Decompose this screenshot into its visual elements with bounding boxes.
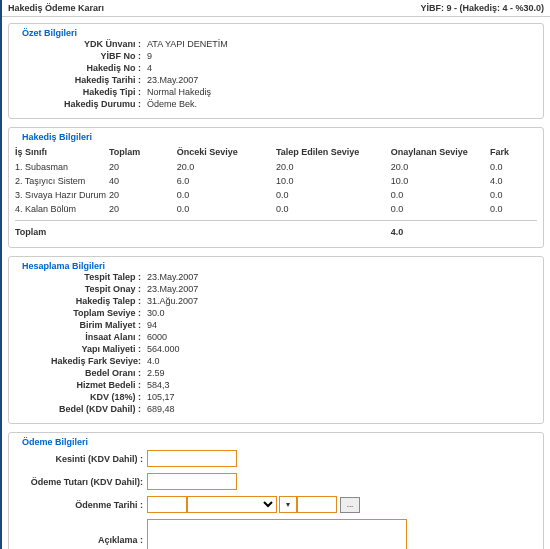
tutar-input[interactable] <box>147 473 237 490</box>
kesinti-input[interactable] <box>147 450 237 467</box>
tarih-month-select[interactable] <box>187 496 277 513</box>
td: 20 <box>109 204 177 214</box>
value: 31.Ağu.2007 <box>145 296 198 306</box>
kesinti-label: Kesinti (KDV Dahil) : <box>15 454 147 464</box>
label: Birim Maliyet : <box>15 320 145 330</box>
total-row: Toplam 4.0 <box>15 225 537 239</box>
th: İş Sınıfı <box>15 147 109 157</box>
calc-row: Birim Maliyet :94 <box>15 319 537 331</box>
payment-legend: Ödeme Bilgileri <box>19 437 91 447</box>
td: 20 <box>109 190 177 200</box>
td: 10.0 <box>391 176 490 186</box>
td: 0.0 <box>276 190 391 200</box>
td: 4. Kalan Bölüm <box>15 204 109 214</box>
value: Normal Hakediş <box>145 87 211 97</box>
calc-row: Hizmet Bedeli :584,3 <box>15 379 537 391</box>
th: Önceki Seviye <box>177 147 276 157</box>
td: 6.0 <box>177 176 276 186</box>
value: 94 <box>145 320 157 330</box>
calc-row: Yapı Maliyeti :564.000 <box>15 343 537 355</box>
label: KDV (18%) : <box>15 392 145 402</box>
tarih-label: Ödenme Tarihi : <box>15 500 147 510</box>
table-row: 4. Kalan Bölüm200.00.00.00.0 <box>15 202 537 216</box>
label: YİBF No : <box>15 51 145 61</box>
summary-legend: Özet Bilgileri <box>19 28 80 38</box>
calc-row: Hakediş Fark Seviye:4.0 <box>15 355 537 367</box>
header-info: YİBF: 9 - (Hakediş: 4 - %30.0) <box>420 3 544 13</box>
value: 2.59 <box>145 368 165 378</box>
chevron-down-icon[interactable]: ▾ <box>279 496 297 513</box>
label: YDK Ünvanı : <box>15 39 145 49</box>
value: 4 <box>145 63 152 73</box>
td: 0.0 <box>177 190 276 200</box>
td: 0.0 <box>177 204 276 214</box>
calc-row: Tespit Talep :23.May.2007 <box>15 271 537 283</box>
table-header: İş Sınıfı Toplam Önceki Seviye Talep Edi… <box>15 144 537 160</box>
calc-row: Tespit Onay :23.May.2007 <box>15 283 537 295</box>
calc-row: Bedel (KDV Dahil) :689,48 <box>15 403 537 415</box>
tarih-year-input[interactable] <box>297 496 337 513</box>
td: 10.0 <box>276 176 391 186</box>
td: 0.0 <box>490 162 537 172</box>
td: 40 <box>109 176 177 186</box>
td: 20.0 <box>276 162 391 172</box>
label: Hakediş Tarihi : <box>15 75 145 85</box>
value: 6000 <box>145 332 167 342</box>
td: 0.0 <box>391 204 490 214</box>
label: Hizmet Bedeli : <box>15 380 145 390</box>
value: 105,17 <box>145 392 175 402</box>
th: Toplam <box>109 147 177 157</box>
label: Toplam Seviye : <box>15 308 145 318</box>
payment-section: Ödeme Bilgileri Kesinti (KDV Dahil) : Öd… <box>8 432 544 549</box>
value: ATA YAPI DENETİM <box>145 39 228 49</box>
label: Yapı Maliyeti : <box>15 344 145 354</box>
th: Talep Edilen Seviye <box>276 147 391 157</box>
total-label: Toplam <box>15 227 109 237</box>
th: Fark <box>490 147 537 157</box>
table-row: 3. Sıvaya Hazır Durum200.00.00.00.0 <box>15 188 537 202</box>
label: Hakediş Talep : <box>15 296 145 306</box>
value: 23.May.2007 <box>145 284 198 294</box>
calc-row: Bedel Oranı :2.59 <box>15 367 537 379</box>
label: İnsaat Alanı : <box>15 332 145 342</box>
value: 23.May.2007 <box>145 75 198 85</box>
td: 0.0 <box>490 190 537 200</box>
value: 689,48 <box>145 404 175 414</box>
td: 0.0 <box>490 204 537 214</box>
td: 20.0 <box>177 162 276 172</box>
calc-legend: Hesaplama Bilgileri <box>19 261 108 271</box>
calc-row: İnsaat Alanı :6000 <box>15 331 537 343</box>
td: 0.0 <box>391 190 490 200</box>
label: Tespit Onay : <box>15 284 145 294</box>
value: 4.0 <box>145 356 160 366</box>
calc-section: Hesaplama Bilgileri Tespit Talep :23.May… <box>8 256 544 424</box>
aciklama-label: Açıklama : <box>15 519 147 545</box>
td: 4.0 <box>490 176 537 186</box>
td: 20.0 <box>391 162 490 172</box>
label: Hakediş Durumu : <box>15 99 145 109</box>
label: Bedel (KDV Dahil) : <box>15 404 145 414</box>
label: Hakediş Tipi : <box>15 87 145 97</box>
date-picker-button[interactable]: ... <box>340 497 360 513</box>
tarih-day-input[interactable] <box>147 496 187 513</box>
page-header: Hakediş Ödeme Kararı YİBF: 9 - (Hakediş:… <box>2 0 550 17</box>
total-value: 4.0 <box>391 227 490 237</box>
value: Ödeme Bek. <box>145 99 197 109</box>
summary-section: Özet Bilgileri YDK Ünvanı :ATA YAPI DENE… <box>8 23 544 119</box>
calc-row: KDV (18%) :105,17 <box>15 391 537 403</box>
value: 9 <box>145 51 152 61</box>
value: 30.0 <box>145 308 165 318</box>
td: 3. Sıvaya Hazır Durum <box>15 190 109 200</box>
td: 1. Subasman <box>15 162 109 172</box>
tutar-label: Ödeme Tutarı (KDV Dahil): <box>15 477 147 487</box>
value: 23.May.2007 <box>145 272 198 282</box>
label: Hakediş No : <box>15 63 145 73</box>
aciklama-input[interactable] <box>147 519 407 549</box>
table-row: 1. Subasman2020.020.020.00.0 <box>15 160 537 174</box>
calc-row: Toplam Seviye :30.0 <box>15 307 537 319</box>
label: Hakediş Fark Seviye: <box>15 356 145 366</box>
page-title: Hakediş Ödeme Kararı <box>8 3 104 13</box>
hakedis-legend: Hakediş Bilgileri <box>19 132 95 142</box>
td: 0.0 <box>276 204 391 214</box>
value: 584,3 <box>145 380 170 390</box>
